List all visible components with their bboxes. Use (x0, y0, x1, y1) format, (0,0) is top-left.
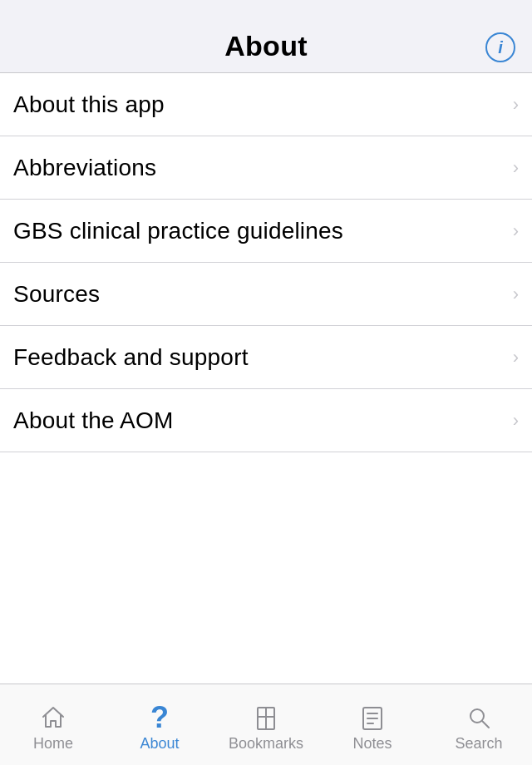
tab-search-label: Search (455, 735, 502, 753)
home-icon (39, 703, 67, 732)
info-icon: i (498, 39, 503, 56)
tab-bookmarks[interactable]: Bookmarks (213, 684, 319, 765)
chevron-right-icon: › (513, 159, 519, 177)
notes-icon (358, 703, 387, 732)
list-item-feedback[interactable]: Feedback and support › (0, 326, 532, 389)
list-item-label: About this app (13, 91, 165, 118)
tab-about-label: About (140, 735, 179, 753)
list-item-gbs-guidelines[interactable]: GBS clinical practice guidelines › (0, 200, 532, 263)
search-icon (465, 703, 493, 732)
list-item-label: Feedback and support (13, 344, 249, 371)
svg-line-8 (482, 721, 489, 728)
content-area: About this app › Abbreviations › GBS cli… (0, 73, 532, 684)
tab-home-label: Home (33, 735, 73, 753)
chevron-right-icon: › (513, 222, 519, 240)
list-item-abbreviations[interactable]: Abbreviations › (0, 136, 532, 200)
tab-notes[interactable]: Notes (319, 684, 426, 765)
chevron-right-icon: › (513, 285, 519, 304)
about-icon: ? (145, 703, 174, 732)
tab-notes-label: Notes (352, 735, 392, 753)
chevron-right-icon: › (513, 412, 519, 430)
list-item-label: GBS clinical practice guidelines (13, 218, 343, 244)
tab-bar: Home ? About Bookmarks Notes (0, 684, 532, 765)
tab-bookmarks-label: Bookmarks (229, 735, 303, 753)
list-item-label: About the AOM (13, 407, 174, 434)
list-item-label: Sources (13, 281, 100, 308)
list-item-label: Abbreviations (13, 155, 156, 181)
page-title: About (224, 30, 308, 62)
tab-search[interactable]: Search (426, 684, 532, 765)
chevron-right-icon: › (513, 96, 519, 114)
tab-about[interactable]: ? About (106, 684, 213, 765)
navigation-bar: About i (0, 0, 532, 73)
list-item-sources[interactable]: Sources › (0, 263, 532, 326)
list-item-about-this-app[interactable]: About this app › (0, 73, 532, 136)
list-item-about-aom[interactable]: About the AOM › (0, 389, 532, 452)
bookmarks-icon (252, 703, 280, 732)
tab-home[interactable]: Home (0, 684, 106, 765)
chevron-right-icon: › (513, 348, 519, 367)
info-button[interactable]: i (485, 32, 515, 62)
